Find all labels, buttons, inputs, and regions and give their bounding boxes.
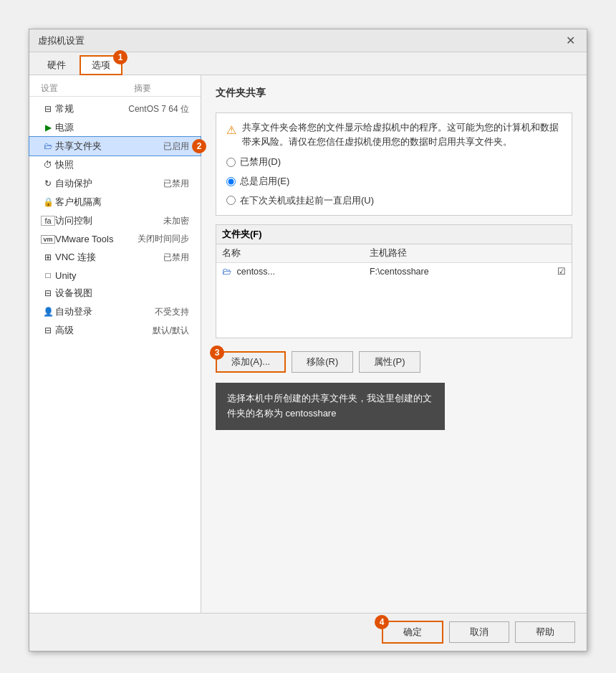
menu-item-guest-isolation[interactable]: 🔒 客户机隔离 [29,193,201,211]
unity-icon: □ [41,270,55,280]
menu-item-vnc[interactable]: ⊞ VNC 连接 已禁用 [29,248,201,267]
radio-group: 已禁用(D) 总是启用(E) 在下次关机或挂起前一直启用(U) [226,155,562,208]
tooltip-text: 选择本机中所创建的共享文件夹，我这里创建的文件夹的名称为 centosshare [227,393,432,419]
properties-button[interactable]: 属性(P) [359,351,420,373]
title-bar: 虚拟机设置 ✕ [29,29,587,52]
add-button[interactable]: 添加(A)... [216,351,286,373]
confirm-button-wrapper: 4 确定 [382,621,443,644]
autoprotect-icon: ↻ [41,178,55,188]
tab-bar: 硬件 选项 1 [29,52,587,75]
menu-item-advanced[interactable]: ⊟ 高级 默认/默认 [29,321,201,340]
col-check [526,244,572,263]
menu-item-unity[interactable]: □ Unity [29,267,201,284]
radio-always-on-input[interactable] [226,177,236,186]
snapshots-icon: ⏱ [41,160,55,170]
col-path: 主机路径 [364,244,526,263]
warning-text: 共享文件夹会将您的文件显示给虚拟机中的程序。这可能为您的计算机和数据带来风险。请… [242,120,562,149]
file-path-cell: F:\centosshare [364,263,526,280]
panel-header: 设置 摘要 [29,81,201,97]
files-container: 名称 主机路径 🗁 centoss... F:\ [216,244,572,338]
file-name-cell: 🗁 centoss... [216,263,364,280]
access-control-icon: fa [41,216,55,226]
radio-disabled-input[interactable] [226,158,236,167]
file-icon: 🗁 [222,266,231,277]
menu-item-power[interactable]: ▶ 电源 [29,118,201,137]
tab-hardware[interactable]: 硬件 [35,55,78,75]
menu-item-general[interactable]: ⊟ 常规 CentOS 7 64 位 [29,100,201,118]
radio-until-poweroff[interactable]: 在下次关机或挂起前一直启用(U) [226,194,562,209]
help-button[interactable]: 帮助 [515,621,575,643]
files-section-title: 文件夹(F) [216,225,572,244]
col-name: 名称 [216,244,364,263]
bottom-bar: 4 确定 取消 帮助 [29,613,587,651]
menu-item-access-control[interactable]: fa 访问控制 未加密 [29,211,201,230]
vmware-tools-icon: vm [41,235,55,244]
confirm-badge: 4 [375,615,389,629]
button-row: 添加(A)... 3 移除(R) 属性(P) [216,351,572,373]
autologon-icon: 👤 [41,307,55,317]
left-panel: 设置 摘要 ⊟ 常规 CentOS 7 64 位 ▶ 电源 🗁 共享文件夹 已启… [29,75,201,613]
file-check-cell: ☑ [526,263,572,280]
shared-folders-icon: 🗁 [41,141,55,151]
tab-options[interactable]: 选项 1 [80,55,122,75]
menu-item-shared-folders[interactable]: 🗁 共享文件夹 已启用 2 [29,137,201,156]
radio-until-poweroff-input[interactable] [226,196,236,205]
section-title: 文件夹共享 [216,87,572,100]
power-icon: ▶ [41,123,55,133]
dialog: 虚拟机设置 ✕ 硬件 选项 1 设置 摘要 ⊟ 常规 CentOS 7 64 位 [29,29,587,651]
menu-item-autoprotect[interactable]: ↻ 自动保护 已禁用 [29,174,201,193]
menu-item-vmware-tools[interactable]: vm VMware Tools 关闭时间同步 [29,230,201,248]
content-area: 设置 摘要 ⊟ 常规 CentOS 7 64 位 ▶ 电源 🗁 共享文件夹 已启… [29,75,587,613]
vnc-icon: ⊞ [41,252,55,262]
close-button[interactable]: ✕ [563,34,578,47]
radio-always-on[interactable]: 总是启用(E) [226,174,562,189]
radio-disabled[interactable]: 已禁用(D) [226,155,562,170]
add-button-wrapper: 添加(A)... 3 [216,351,286,373]
shared-folder-badge: 2 [192,139,206,153]
right-panel: 文件夹共享 ⚠ 共享文件夹会将您的文件显示给虚拟机中的程序。这可能为您的计算机和… [201,75,587,613]
table-row[interactable]: 🗁 centoss... F:\centosshare ☑ [216,263,572,280]
advanced-icon: ⊟ [41,325,55,335]
menu-item-device-view[interactable]: ⊟ 设备视图 [29,284,201,302]
files-table: 名称 主机路径 🗁 centoss... F:\ [216,244,572,280]
files-section: 文件夹(F) 名称 主机路径 [216,224,572,338]
guest-isolation-icon: 🔒 [41,197,55,207]
tooltip-box: 选择本机中所创建的共享文件夹，我这里创建的文件夹的名称为 centosshare [216,383,445,430]
menu-item-autologon[interactable]: 👤 自动登录 不受支持 [29,302,201,321]
menu-item-snapshots[interactable]: ⏱ 快照 [29,156,201,174]
device-view-icon: ⊟ [41,288,55,298]
remove-button[interactable]: 移除(R) [292,351,353,373]
confirm-button[interactable]: 确定 [382,621,443,644]
general-icon: ⊟ [41,104,55,114]
cancel-button[interactable]: 取消 [449,621,509,643]
warning-icon: ⚠ [226,121,236,149]
info-box: ⚠ 共享文件夹会将您的文件显示给虚拟机中的程序。这可能为您的计算机和数据带来风险… [216,113,572,216]
dialog-title: 虚拟机设置 [38,34,85,47]
tab-badge: 1 [113,50,127,65]
